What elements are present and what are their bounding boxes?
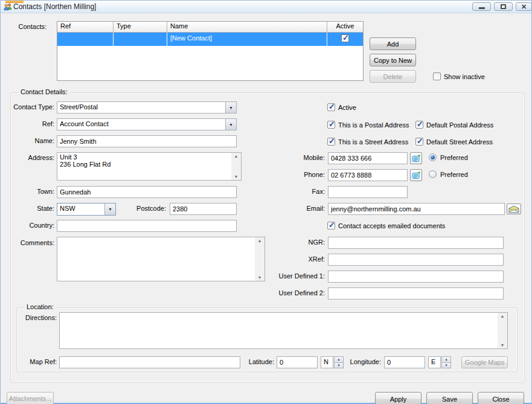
email-input[interactable] xyxy=(328,203,505,215)
latitude-input[interactable] xyxy=(277,356,318,368)
longitude-hemisphere-box[interactable]: E xyxy=(428,356,441,368)
default-street-checkbox[interactable] xyxy=(415,138,423,146)
name-input[interactable] xyxy=(57,135,237,147)
address-scrollbar[interactable]: ▲ ▼ xyxy=(231,153,241,180)
add-button[interactable]: Add xyxy=(370,37,416,50)
postcode-label: Postcode: xyxy=(121,205,166,212)
comments-scrollbar[interactable]: ▲ ▼ xyxy=(255,237,264,281)
directions-box: ▲ ▼ xyxy=(59,312,508,349)
phone-input[interactable] xyxy=(328,169,408,181)
minimize-icon xyxy=(479,7,485,9)
name-label: Name: xyxy=(5,137,54,144)
address-input[interactable]: Unit 3 236 Long Flat Rd xyxy=(57,153,231,180)
close-button-footer[interactable]: Close xyxy=(478,392,524,404)
row-type-cell[interactable] xyxy=(114,33,167,46)
minimize-button[interactable] xyxy=(472,2,491,11)
ref-combo[interactable]: Account Contact ▼ xyxy=(57,118,237,130)
user-defined-2-input[interactable] xyxy=(328,287,504,300)
latitude-hemisphere-box[interactable]: N xyxy=(321,356,333,368)
google-maps-button[interactable]: Google Maps xyxy=(461,356,508,368)
spin-down-icon[interactable]: ▼ xyxy=(334,362,344,369)
spin-up-icon[interactable]: ▲ xyxy=(334,356,344,362)
delete-button[interactable]: Delete xyxy=(370,70,416,83)
map-ref-input[interactable] xyxy=(59,356,240,368)
row-name-cell[interactable]: [New Contact] xyxy=(167,33,327,46)
ref-dropdown-icon[interactable]: ▼ xyxy=(225,119,236,130)
active-checkbox[interactable] xyxy=(327,103,335,111)
phone-preferred-radio[interactable] xyxy=(429,170,437,178)
phone-preferred-label: Preferred xyxy=(440,171,468,178)
comments-label: Comments: xyxy=(5,239,54,246)
state-value: NSW xyxy=(57,204,104,215)
row-active-cell[interactable] xyxy=(327,33,363,46)
state-dropdown-icon[interactable]: ▼ xyxy=(104,204,115,215)
postal-address-checkbox[interactable] xyxy=(327,121,335,129)
phone-label: Phone: xyxy=(267,171,325,178)
scroll-down-icon[interactable]: ▼ xyxy=(231,173,241,180)
column-header-ref[interactable]: Ref xyxy=(57,22,114,33)
maximize-button[interactable] xyxy=(494,2,513,11)
contacts-people-icon xyxy=(3,2,13,11)
longitude-spinner[interactable]: ▲ ▼ xyxy=(441,356,451,368)
accepts-email-checkbox[interactable] xyxy=(327,222,335,229)
spin-down-icon[interactable]: ▼ xyxy=(441,362,451,369)
show-inactive-checkbox[interactable] xyxy=(433,72,441,80)
street-address-label: This is a Street Address xyxy=(338,138,408,146)
copy-to-new-button[interactable]: Copy to New xyxy=(370,54,416,66)
town-input[interactable] xyxy=(57,186,237,198)
postcode-input[interactable] xyxy=(170,203,237,215)
mobile-preferred-label: Preferred xyxy=(440,154,468,161)
longitude-input[interactable] xyxy=(384,356,425,368)
contact-type-dropdown-icon[interactable]: ▼ xyxy=(225,102,236,113)
ref-label: Ref: xyxy=(5,120,54,127)
scroll-down-icon[interactable]: ▼ xyxy=(255,274,264,281)
map-ref-label: Map Ref: xyxy=(5,358,57,365)
country-input[interactable] xyxy=(57,220,237,232)
send-sms-button-phone[interactable] xyxy=(410,169,422,181)
maximize-icon xyxy=(501,4,506,9)
directions-input[interactable] xyxy=(60,313,498,348)
state-combo[interactable]: NSW ▼ xyxy=(57,203,116,216)
contacts-dialog: { "window": { "title": "Contacts [Northe… xyxy=(0,0,532,404)
fax-input[interactable] xyxy=(328,186,408,198)
column-header-active[interactable]: Active xyxy=(327,22,363,33)
default-postal-checkbox[interactable] xyxy=(415,121,423,129)
contact-row-selected[interactable]: [New Contact] xyxy=(57,33,363,46)
xref-input[interactable] xyxy=(328,254,504,266)
street-address-checkbox[interactable] xyxy=(327,138,335,146)
scroll-up-icon[interactable]: ▲ xyxy=(498,313,507,319)
attachments-button[interactable]: Attachments... xyxy=(7,392,54,404)
directions-scrollbar[interactable]: ▲ ▼ xyxy=(498,313,507,348)
contact-type-label: Contact Type: xyxy=(5,103,54,111)
ngr-input[interactable] xyxy=(328,237,504,249)
send-sms-button[interactable] xyxy=(410,152,422,164)
titlebar[interactable]: Contacts [Northen Milling] ✕ xyxy=(1,1,531,13)
sms-message-icon xyxy=(412,171,421,180)
user-defined-2-label: User Defined 2: xyxy=(267,289,325,297)
address-label: Address: xyxy=(5,154,54,161)
column-header-name[interactable]: Name xyxy=(167,22,327,33)
address-box: Unit 3 236 Long Flat Rd ▲ ▼ xyxy=(57,152,242,181)
user-defined-1-input[interactable] xyxy=(328,271,504,283)
mobile-preferred-radio[interactable] xyxy=(429,153,437,161)
scroll-up-icon[interactable]: ▲ xyxy=(231,153,241,159)
row-active-checkbox[interactable] xyxy=(341,34,349,42)
mobile-label: Mobile: xyxy=(267,154,325,161)
default-street-label: Default Street Address xyxy=(426,138,493,146)
mobile-input[interactable] xyxy=(328,152,408,164)
contact-type-combo[interactable]: Street/Postal ▼ xyxy=(57,101,237,114)
xref-label: XRef: xyxy=(267,255,325,263)
row-ref-cell[interactable] xyxy=(57,33,114,46)
spin-up-icon[interactable]: ▲ xyxy=(441,356,451,362)
ref-value: Account Contact xyxy=(57,119,225,130)
close-button[interactable]: ✕ xyxy=(516,2,532,11)
apply-button[interactable]: Apply xyxy=(375,392,421,404)
sms-message-icon xyxy=(412,154,421,163)
scroll-up-icon[interactable]: ▲ xyxy=(255,237,264,244)
column-header-type[interactable]: Type xyxy=(114,22,167,33)
comments-input[interactable] xyxy=(57,237,255,281)
send-email-button[interactable] xyxy=(507,204,521,214)
scroll-down-icon[interactable]: ▼ xyxy=(498,342,507,348)
save-button[interactable]: Save xyxy=(426,392,473,404)
latitude-spinner[interactable]: ▲ ▼ xyxy=(334,356,344,368)
